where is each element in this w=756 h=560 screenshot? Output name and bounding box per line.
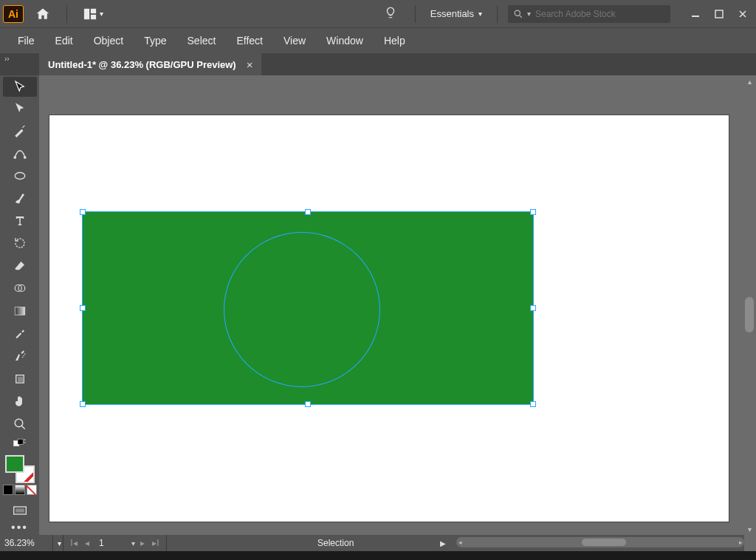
tools-panel-toggle[interactable]: ›› bbox=[0, 53, 39, 75]
eraser-tool[interactable] bbox=[3, 255, 37, 278]
gradient-icon bbox=[13, 304, 27, 318]
pen-tool[interactable] bbox=[3, 119, 37, 142]
workspace-switcher[interactable]: Essentials ▾ bbox=[426, 5, 487, 22]
status-popout-button[interactable]: ▶ bbox=[440, 539, 446, 547]
cursor-white-icon bbox=[13, 101, 27, 115]
stock-search[interactable]: ▾ bbox=[508, 5, 670, 23]
svg-rect-1 bbox=[91, 8, 96, 13]
scroll-thumb[interactable] bbox=[745, 297, 754, 332]
svg-point-14 bbox=[22, 357, 24, 358]
menu-effect[interactable]: Effect bbox=[227, 30, 272, 51]
artboard[interactable] bbox=[49, 115, 729, 522]
artboard-tool[interactable] bbox=[3, 367, 37, 390]
zoom-dropdown[interactable]: ▾ bbox=[53, 535, 63, 551]
selection-bounding-box[interactable] bbox=[82, 211, 534, 405]
selection-handle[interactable] bbox=[305, 401, 311, 407]
discover-button[interactable] bbox=[377, 3, 405, 25]
svg-point-8 bbox=[15, 172, 25, 179]
vertical-scrollbar[interactable]: ▴ ▾ bbox=[743, 75, 756, 535]
zoom-icon bbox=[13, 417, 27, 431]
chevron-down-icon: ▾ bbox=[58, 539, 61, 547]
menu-object[interactable]: Object bbox=[85, 30, 132, 51]
stock-search-input[interactable] bbox=[535, 9, 664, 19]
home-button[interactable] bbox=[30, 2, 56, 26]
status-label: Selection bbox=[317, 538, 354, 548]
first-artboard-button[interactable]: I◂ bbox=[68, 538, 80, 548]
menu-select[interactable]: Select bbox=[179, 30, 225, 51]
swap-fill-stroke-icon bbox=[13, 436, 27, 449]
zoom-level[interactable]: 36.23% bbox=[0, 535, 53, 551]
maximize-button[interactable] bbox=[709, 7, 729, 21]
close-button[interactable] bbox=[732, 7, 753, 21]
paintbrush-tool[interactable] bbox=[3, 187, 37, 210]
eraser-icon bbox=[13, 259, 27, 273]
pen-icon bbox=[13, 124, 27, 137]
tabstrip: Untitled-1* @ 36.23% (RGB/GPU Preview) × bbox=[39, 53, 756, 75]
selection-handle[interactable] bbox=[80, 305, 86, 311]
dots-icon: ••• bbox=[11, 521, 28, 534]
scroll-left-button[interactable]: ◂ bbox=[455, 537, 465, 547]
arrange-documents-button[interactable]: ▾ bbox=[78, 3, 109, 25]
arrange-documents-icon bbox=[83, 7, 97, 21]
selection-handle[interactable] bbox=[305, 209, 311, 215]
selection-handle[interactable] bbox=[80, 209, 86, 215]
edit-toolbar-button[interactable]: ••• bbox=[3, 521, 37, 535]
hand-tool[interactable] bbox=[3, 390, 37, 413]
menu-file[interactable]: File bbox=[9, 30, 44, 51]
ellipse-icon bbox=[13, 169, 27, 182]
selection-handle[interactable] bbox=[530, 401, 536, 407]
shape-builder-tool[interactable] bbox=[3, 277, 37, 300]
screen-mode-button[interactable] bbox=[3, 501, 37, 521]
window-border-bottom bbox=[0, 551, 756, 560]
none-mode-button[interactable] bbox=[27, 485, 37, 495]
eyedropper-tool[interactable] bbox=[3, 322, 37, 345]
symbol-sprayer-tool[interactable] bbox=[3, 345, 37, 368]
scroll-down-button[interactable]: ▾ bbox=[743, 523, 756, 535]
fill-swatch[interactable] bbox=[5, 455, 24, 473]
type-tool[interactable] bbox=[3, 209, 37, 232]
selection-handle[interactable] bbox=[530, 209, 536, 215]
swap-fill-stroke[interactable] bbox=[3, 435, 37, 451]
fill-stroke-swatches[interactable] bbox=[5, 455, 35, 483]
minimize-button[interactable] bbox=[685, 7, 706, 21]
selection-handle[interactable] bbox=[80, 401, 86, 407]
menu-edit[interactable]: Edit bbox=[47, 30, 82, 51]
menu-view[interactable]: View bbox=[275, 30, 315, 51]
selection-tool[interactable] bbox=[3, 77, 37, 97]
direct-selection-tool[interactable] bbox=[3, 97, 37, 120]
gradient-mode-button[interactable] bbox=[15, 485, 25, 495]
workspace-label: Essentials bbox=[430, 8, 474, 19]
selection-handle[interactable] bbox=[530, 305, 536, 311]
last-artboard-button[interactable]: ▸I bbox=[150, 538, 162, 548]
svg-rect-19 bbox=[18, 440, 23, 445]
scroll-up-button[interactable]: ▴ bbox=[743, 75, 756, 87]
artboard-number-input[interactable] bbox=[94, 538, 130, 548]
chevron-down-icon: ▾ bbox=[478, 10, 482, 18]
canvas-viewport[interactable]: ▴ ▾ bbox=[39, 75, 756, 535]
ellipse-tool[interactable] bbox=[3, 164, 37, 187]
close-tab-button[interactable]: × bbox=[247, 58, 253, 71]
svg-point-13 bbox=[24, 353, 26, 355]
main-area: ••• ▴ ▾ bbox=[0, 75, 756, 535]
menu-window[interactable]: Window bbox=[317, 30, 372, 51]
gradient-tool[interactable] bbox=[3, 300, 37, 323]
prev-artboard-button[interactable]: ◂ bbox=[81, 538, 93, 548]
rotate-icon bbox=[13, 236, 27, 250]
menu-help[interactable]: Help bbox=[375, 30, 414, 51]
chevron-down-icon: ▾ bbox=[131, 539, 135, 547]
rotate-tool[interactable] bbox=[3, 232, 37, 255]
horizontal-scrollbar[interactable]: ◂ ▸ bbox=[456, 537, 744, 547]
color-mode-button[interactable] bbox=[3, 485, 13, 495]
scroll-thumb[interactable] bbox=[582, 539, 626, 546]
document-tab[interactable]: Untitled-1* @ 36.23% (RGB/GPU Preview) × bbox=[39, 53, 261, 75]
next-artboard-button[interactable]: ▸ bbox=[137, 538, 148, 548]
curvature-tool[interactable] bbox=[3, 142, 37, 165]
artboard-icon bbox=[13, 372, 27, 386]
paintbrush-icon bbox=[13, 191, 27, 205]
zoom-tool[interactable] bbox=[3, 412, 37, 435]
menubar: File Edit Object Type Select Effect View… bbox=[0, 27, 756, 53]
titlebar: Ai ▾ Essentials ▾ ▾ bbox=[0, 0, 756, 27]
svg-point-3 bbox=[515, 10, 520, 16]
screen-mode-icon bbox=[13, 505, 27, 516]
menu-type[interactable]: Type bbox=[135, 30, 175, 51]
